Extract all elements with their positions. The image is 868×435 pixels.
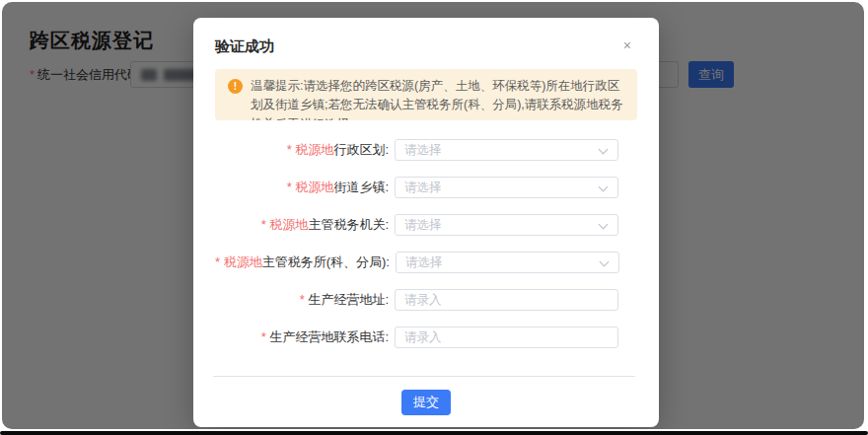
chevron-down-icon [599,145,609,155]
close-icon[interactable]: × [623,38,631,52]
browser-viewport: 跨区税源登记 *统一社会信用代码: 查询 验证成功 × ! 温馨提示:请选择您的… [2,2,864,429]
submit-button[interactable]: 提交 [401,390,451,415]
verification-modal: 验证成功 × ! 温馨提示:请选择您的跨区税源(房产、土地、环保税等)所在地行政… [193,18,659,427]
tax-authority-select[interactable]: 请选择 [395,214,618,236]
form-row: * 税源地主管税务机关: 请选择 [215,214,637,236]
form-row: * 生产经营地址: 请录入 [215,289,637,311]
form-row: * 税源地主管税务所(科、分局): 请选择 [215,252,637,273]
form-row: * 税源地行政区划: 请选择 [215,139,637,161]
required-label-part: * 税源地 [287,180,334,194]
street-town-select[interactable]: 请选择 [395,177,618,198]
app-window: 跨区税源登记 *统一社会信用代码: 查询 验证成功 × ! 温馨提示:请选择您的… [0,0,868,435]
admin-division-select[interactable]: 请选择 [395,139,618,161]
chevron-down-icon [600,257,610,267]
window-bottom-edge [0,431,868,435]
field-label: * 税源地主管税务机关: [215,214,395,236]
field-placeholder: 请选择 [404,180,442,196]
notice-banner: ! 温馨提示:请选择您的跨区税源(房产、土地、环保税等)所在地行政区划及街道乡镇… [215,69,637,120]
modal-footer: 提交 [193,390,659,415]
notice-text: 温馨提示:请选择您的跨区税源(房产、土地、环保税等)所在地行政区划及街道乡镇;若… [251,79,623,120]
label-text: 生产经营地联系电话: [269,329,389,344]
business-address-input[interactable]: 请录入 [395,289,618,311]
required-label-part: * 税源地 [215,254,262,269]
form-row: * 税源地街道乡镇: 请选择 [215,177,637,198]
label-text: 行政区划: [333,142,389,157]
field-placeholder: 请选择 [404,142,442,159]
field-label: * 生产经营地址: [215,289,395,311]
business-phone-input[interactable]: 请录入 [395,326,618,348]
field-label: * 税源地街道乡镇: [215,177,395,198]
field-label: * 税源地主管税务所(科、分局): [215,252,396,273]
footer-divider [213,376,635,377]
field-placeholder: 请选择 [405,254,443,271]
label-text: 生产经营地址: [308,292,389,307]
field-placeholder: 请录入 [404,292,442,309]
label-text: 主管税务机关: [308,217,389,232]
chevron-down-icon [599,182,609,192]
field-placeholder: 请选择 [404,217,442,234]
form-row: * 生产经营地联系电话: 请录入 [215,326,637,348]
tax-office-select[interactable]: 请选择 [396,252,619,273]
modal-form: * 税源地行政区划: 请选择 * 税源地街道乡镇: 请选择 * 税源地主管税务机… [215,139,637,364]
field-placeholder: 请录入 [404,329,442,346]
label-text: 主管税务所(科、分局): [262,254,390,269]
field-label: * 生产经营地联系电话: [215,326,395,348]
required-label-part: * 税源地 [261,217,309,232]
field-label: * 税源地行政区划: [215,139,395,161]
warning-icon: ! [228,79,243,94]
chevron-down-icon [599,220,609,230]
label-text: 街道乡镇: [333,180,389,194]
required-label-part: * 税源地 [287,142,334,157]
modal-title: 验证成功 [215,37,274,56]
